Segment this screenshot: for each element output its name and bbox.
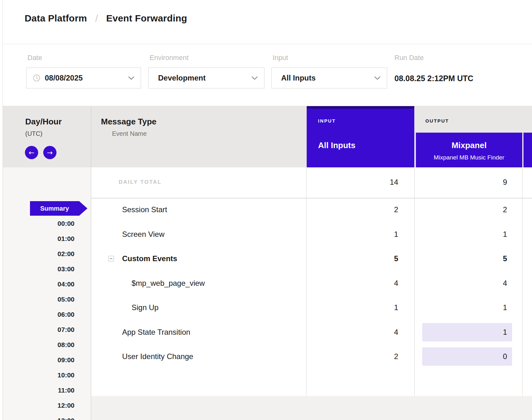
environment-label: Environment	[150, 54, 189, 62]
input-count-value: 2	[335, 352, 398, 361]
run-date-value: 08.08.25 2:12PM UTC	[394, 73, 473, 83]
daily-total-output-value: 9	[444, 177, 507, 187]
table-footer-band	[91, 396, 532, 420]
rail-divider-line	[91, 106, 91, 420]
run-date-label: Run Date	[394, 54, 424, 62]
hour-label-0500[interactable]: 05:00	[24, 295, 74, 303]
event-name-subtitle: Event Name	[112, 129, 147, 138]
hour-label-1200[interactable]: 12:00	[24, 401, 74, 410]
daily-total-border	[91, 198, 532, 198]
output-column-header[interactable]: Mixpanel Mixpanel MB Music Finder	[416, 133, 522, 167]
hour-label-0000[interactable]: 00:00	[24, 219, 74, 228]
date-label: Date	[27, 54, 42, 62]
date-value: 08/08/2025	[45, 74, 83, 82]
chevron-down-icon	[128, 76, 134, 80]
input-section-label: INPUT	[318, 118, 336, 124]
hour-label-0800[interactable]: 08:00	[24, 341, 74, 349]
hour-label-1100[interactable]: 11:00	[24, 386, 74, 394]
event-forwarding-page: Data Platform / Event Forwarding Date 08…	[0, 0, 532, 420]
summary-badge[interactable]: Summary	[30, 201, 87, 216]
output-count-value: 1	[444, 327, 507, 337]
daily-total-label: DAILY TOTAL	[119, 178, 162, 186]
column-divider-output	[414, 167, 415, 420]
input-count-value: 1	[335, 303, 398, 312]
hour-label-0700[interactable]: 07:00	[24, 326, 74, 334]
column-divider-next-output	[522, 133, 523, 420]
event-row-label: Sign Up	[132, 303, 158, 312]
arrow-right-icon: →	[47, 149, 53, 157]
breadcrumb-section[interactable]: Data Platform	[25, 13, 87, 24]
minus-glyph	[110, 258, 112, 259]
date-select[interactable]: 08/08/2025	[26, 68, 141, 88]
input-count-value: 1	[335, 230, 398, 239]
day-hour-subtitle: (UTC)	[25, 129, 42, 138]
arrow-left-icon: ←	[29, 149, 34, 157]
column-divider-input	[306, 106, 306, 420]
input-count-value: 4	[335, 279, 398, 288]
input-count-value: 4	[335, 327, 398, 337]
collapse-group-icon[interactable]	[108, 256, 114, 261]
chevron-down-icon	[251, 76, 258, 80]
output-count-value: 5	[444, 254, 507, 263]
input-filter-value: All Inputs	[281, 74, 316, 82]
output-count-value: 0	[444, 352, 507, 361]
input-column-name: All Inputs	[318, 140, 355, 150]
hour-label-0300[interactable]: 03:00	[24, 265, 74, 273]
event-row-label: Custom Events	[122, 254, 177, 263]
hour-label-0100[interactable]: 01:00	[24, 235, 74, 243]
event-row-label: $mp_web_page_view	[132, 279, 205, 288]
header-divider	[3, 44, 532, 44]
message-type-title: Message Type	[101, 117, 157, 127]
event-row-label: Session Start	[122, 205, 167, 214]
next-output-column-partial	[523, 133, 532, 167]
day-hour-title: Day/Hour	[25, 117, 62, 127]
output-column-subtitle: Mixpanel MB Music Finder	[416, 153, 522, 162]
clock-icon	[33, 74, 40, 82]
output-column-name: Mixpanel	[416, 140, 522, 150]
environment-select[interactable]: Development	[148, 68, 264, 88]
breadcrumb-separator: /	[95, 13, 98, 24]
breadcrumb: Data Platform / Event Forwarding	[25, 11, 187, 25]
hour-label-1000[interactable]: 10:00	[24, 371, 74, 379]
input-column-header[interactable]: INPUT All Inputs	[307, 106, 414, 167]
input-filter-label: Input	[273, 54, 288, 62]
previous-day-button[interactable]: ←	[25, 146, 38, 159]
environment-value: Development	[158, 74, 206, 82]
event-row-label: App State Transition	[122, 327, 190, 337]
input-count-value: 2	[335, 205, 398, 214]
input-select[interactable]: All Inputs	[271, 68, 387, 88]
event-row-label: Screen View	[122, 230, 164, 239]
summary-badge-label: Summary	[40, 205, 69, 212]
output-count-value: 1	[444, 303, 507, 312]
hour-label-0600[interactable]: 06:00	[24, 310, 74, 319]
output-section-label: OUTPUT	[425, 118, 449, 124]
breadcrumb-page: Event Forwarding	[106, 13, 187, 24]
hour-label-0900[interactable]: 09:00	[24, 356, 74, 364]
output-count-value: 4	[444, 279, 507, 288]
output-count-value: 1	[444, 230, 507, 239]
event-row-label: User Identity Change	[122, 352, 193, 361]
input-count-value: 5	[335, 254, 398, 263]
hour-label-0200[interactable]: 02:00	[24, 250, 74, 258]
chevron-down-icon	[374, 76, 381, 80]
daily-total-input-value: 14	[335, 177, 398, 187]
hour-label-0400[interactable]: 04:00	[24, 280, 74, 288]
input-column-accent-strip	[307, 106, 414, 109]
next-day-button[interactable]: →	[43, 146, 56, 159]
output-count-value: 2	[444, 205, 507, 214]
hour-label-1300[interactable]: 13:00	[24, 417, 74, 420]
